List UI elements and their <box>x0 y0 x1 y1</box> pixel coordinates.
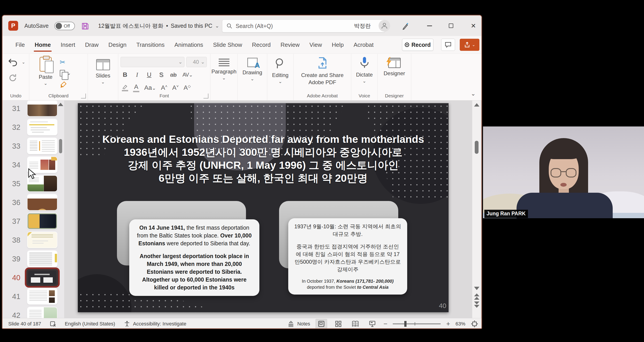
notes-button[interactable]: Notes <box>287 320 310 327</box>
tab-transitions[interactable]: Transitions <box>132 36 170 54</box>
slide-thumbnail-31[interactable] <box>28 101 57 116</box>
slide-thumbnail-33[interactable] <box>28 138 57 154</box>
scrollbar-thumb[interactable] <box>475 141 478 154</box>
zoom-level[interactable]: 63% <box>456 321 465 327</box>
slide-thumbnail-39[interactable] <box>28 251 57 267</box>
slide-thumbnail-37[interactable] <box>28 213 57 229</box>
zoom-in-button[interactable]: + <box>446 320 450 328</box>
slide-thumbnail-41[interactable] <box>28 288 57 304</box>
collapse-ribbon-button[interactable]: ⌄ <box>471 90 476 97</box>
spell-check-button[interactable] <box>50 320 56 327</box>
double-down-icon <box>474 301 480 304</box>
ribbon: ⌄ Undo Paste ⌄ ✂ <box>2 54 482 101</box>
font-dialog-launcher-icon[interactable] <box>204 94 208 99</box>
clear-formatting-button[interactable]: A◇ <box>184 84 191 91</box>
paragraph-button[interactable]: Paragraph ⌄ <box>210 54 238 81</box>
slide-sorter-view-button[interactable] <box>332 319 344 329</box>
cut-button[interactable]: ✂ <box>60 58 71 66</box>
reading-view-button[interactable] <box>350 319 361 329</box>
clipboard-dialog-launcher-icon[interactable] <box>81 94 86 99</box>
underline-button[interactable]: U <box>146 71 152 78</box>
pen-sparkle-button[interactable] <box>400 21 411 31</box>
undo-button[interactable] <box>8 58 18 67</box>
paste-button[interactable]: Paste ⌄ <box>36 57 56 86</box>
font-size-combo[interactable]: 40 ⌄ <box>186 57 207 67</box>
tab-help[interactable]: Help <box>327 36 348 54</box>
share-button[interactable]: ⌄ <box>460 39 480 51</box>
slides-button[interactable]: Slides ⌄ <box>88 54 118 85</box>
slideshow-icon <box>369 320 376 327</box>
thumbnail-scrollbar[interactable] <box>58 101 63 318</box>
tab-animations[interactable]: Animations <box>170 36 208 54</box>
slide-thumbnail-32[interactable] <box>28 119 57 135</box>
tab-slide-show[interactable]: Slide Show <box>208 36 247 54</box>
highlight-color-button[interactable] <box>122 84 128 91</box>
tab-file[interactable]: File <box>10 36 30 54</box>
avatar[interactable] <box>378 20 390 32</box>
close-button[interactable]: ✕ <box>467 20 480 32</box>
drawing-button[interactable]: A Drawing ⌄ <box>238 54 267 82</box>
designer-button[interactable]: Designer <box>378 54 411 77</box>
zoom-out-button[interactable]: − <box>384 320 388 328</box>
text-shadow-button[interactable]: S <box>158 71 164 78</box>
minimize-button[interactable] <box>423 20 436 32</box>
language-status[interactable]: English (United States) <box>65 321 115 327</box>
dictate-button[interactable]: Dictate ⌄ <box>351 54 378 84</box>
zoom-slider-thumb[interactable] <box>404 321 406 327</box>
powerpoint-logo-icon[interactable]: P <box>8 21 18 31</box>
change-case-button[interactable]: Aa⌄ <box>144 84 156 91</box>
slide-canvas[interactable]: Koreans and Estonians Deported far away … <box>78 103 448 312</box>
slide-title[interactable]: Koreans and Estonians Deported far away … <box>87 133 440 185</box>
tab-review[interactable]: Review <box>276 36 304 54</box>
previous-slide-button[interactable] <box>474 293 480 300</box>
scroll-up-icon[interactable] <box>58 103 63 106</box>
save-button[interactable] <box>80 21 90 31</box>
accessibility-button[interactable]: Accessibility: Investigate <box>124 320 186 327</box>
tab-view[interactable]: View <box>304 36 327 54</box>
person-bangs <box>548 146 580 159</box>
zoom-slider[interactable] <box>393 323 441 324</box>
create-share-adobe-pdf-button[interactable]: Create and Share Adobe PDF <box>294 54 351 86</box>
tab-acrobat[interactable]: Acrobat <box>348 36 378 54</box>
record-button[interactable]: Record <box>402 39 433 51</box>
slide-thumbnail-40[interactable] <box>28 271 56 284</box>
slide-show-button[interactable] <box>366 319 378 329</box>
autosave-toggle[interactable]: Off <box>54 22 75 30</box>
scrollbar-thumb[interactable] <box>59 139 62 153</box>
slide-thumbnail-38[interactable] <box>28 232 57 248</box>
tab-design[interactable]: Design <box>104 36 132 54</box>
slide-thumbnail-42[interactable] <box>28 307 57 318</box>
tab-insert[interactable]: Insert <box>56 36 80 54</box>
copy-button[interactable]: ⌄ <box>60 69 71 77</box>
shrink-font-button[interactable]: A˅ <box>172 84 179 91</box>
tab-draw[interactable]: Draw <box>80 36 104 54</box>
fit-slide-button[interactable] <box>471 320 478 328</box>
redo-button[interactable] <box>8 73 18 83</box>
comments-button[interactable] <box>441 39 455 51</box>
grow-font-button[interactable]: A˄ <box>161 84 168 91</box>
bold-button[interactable]: B <box>122 71 128 78</box>
slide-thumbnail-36[interactable] <box>28 194 57 210</box>
chevron-down-icon[interactable]: ⌄ <box>22 60 25 65</box>
maximize-button[interactable] <box>445 20 457 32</box>
font-name-combo[interactable]: ⌄ <box>120 57 184 67</box>
scroll-down-icon[interactable] <box>474 287 480 290</box>
italic-button[interactable]: I <box>134 71 140 78</box>
strikethrough-button[interactable]: ab <box>170 71 177 78</box>
normal-view-button[interactable] <box>316 319 327 329</box>
character-spacing-button[interactable]: AV⌄ <box>182 72 193 78</box>
slide-scrollbar[interactable] <box>472 101 481 318</box>
next-slide-button[interactable] <box>474 301 480 308</box>
left-text-box[interactable]: On 14 June 1941, the first mass deportat… <box>129 219 260 296</box>
paragraph-label: Paragraph <box>211 69 236 75</box>
scroll-up-icon[interactable] <box>474 103 480 107</box>
slide-counter[interactable]: Slide 40 of 187 <box>8 321 41 327</box>
tab-home[interactable]: Home <box>30 36 56 54</box>
right-text-box[interactable]: 1937년 9월-10월: 소련 극동 지역에서 최초의 대규모 추방.중국과 … <box>288 218 407 294</box>
document-title[interactable]: 12월발표 에스토니아 평화 • Saved to this PC ⌄ <box>98 22 219 30</box>
chevron-down-icon: ⌄ <box>36 81 56 86</box>
editing-button[interactable]: Editing ⌄ <box>267 54 294 84</box>
tab-record[interactable]: Record <box>247 36 276 54</box>
format-painter-button[interactable] <box>60 81 71 88</box>
font-color-button[interactable]: A <box>133 83 139 92</box>
